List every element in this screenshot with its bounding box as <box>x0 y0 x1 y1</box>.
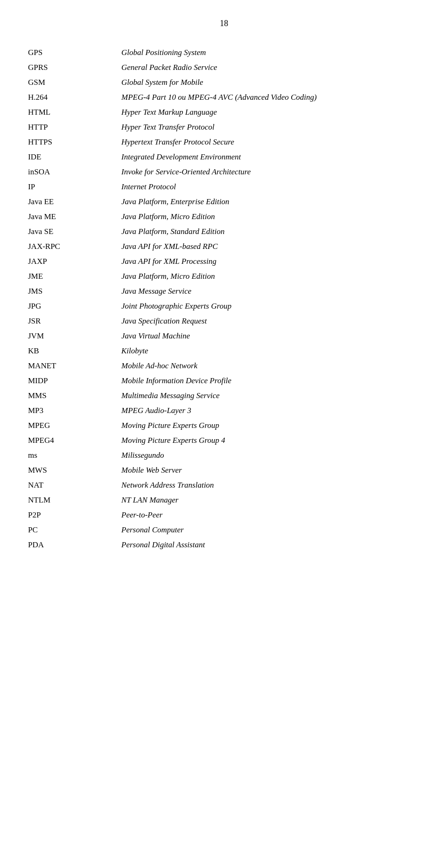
abbreviation: JSR <box>28 314 121 329</box>
definition: Invoke for Service-Oriented Architecture <box>121 165 420 179</box>
definition: Internet Protocol <box>121 179 420 194</box>
abbreviation: ms <box>28 448 121 463</box>
definition: MPEG-4 Part 10 ou MPEG-4 AVC (Advanced V… <box>121 90 420 105</box>
glossary-row: Java SEJava Platform, Standard Edition <box>28 224 420 239</box>
definition: Personal Computer <box>121 523 420 537</box>
glossary-row: HTTPHyper Text Transfer Protocol <box>28 120 420 135</box>
glossary-row: PDAPersonal Digital Assistant <box>28 537 420 552</box>
glossary-row: MMSMultimedia Messaging Service <box>28 388 420 403</box>
definition: Java Platform, Micro Edition <box>121 269 420 284</box>
definition: Hypertext Transfer Protocol Secure <box>121 135 420 150</box>
abbreviation: NAT <box>28 478 121 493</box>
abbreviation: MANET <box>28 358 121 373</box>
definition: Personal Digital Assistant <box>121 537 420 552</box>
definition: Hyper Text Transfer Protocol <box>121 120 420 135</box>
abbreviation: HTTPS <box>28 135 121 150</box>
glossary-row: MPEGMoving Picture Experts Group <box>28 418 420 433</box>
glossary-row: MWSMobile Web Server <box>28 463 420 478</box>
abbreviation: IDE <box>28 150 121 165</box>
definition: Java Platform, Standard Edition <box>121 224 420 239</box>
glossary-row: NATNetwork Address Translation <box>28 478 420 493</box>
glossary-row: GPSGlobal Positioning System <box>28 45 420 60</box>
abbreviation: Java SE <box>28 224 121 239</box>
glossary-row: P2PPeer-to-Peer <box>28 508 420 523</box>
abbreviation: JVM <box>28 329 121 344</box>
abbreviation: JMS <box>28 284 121 299</box>
glossary-row: msMilissegundo <box>28 448 420 463</box>
glossary-row: JVMJava Virtual Machine <box>28 329 420 344</box>
abbreviation: MMS <box>28 388 121 403</box>
glossary-row: KBKilobyte <box>28 344 420 358</box>
glossary-row: GSMGlobal System for Mobile <box>28 75 420 90</box>
glossary-row: JAXPJava API for XML Processing <box>28 254 420 269</box>
definition: NT LAN Manager <box>121 493 420 508</box>
abbreviation: GPRS <box>28 60 121 75</box>
glossary-row: GPRSGeneral Packet Radio Service <box>28 60 420 75</box>
abbreviation: Java ME <box>28 209 121 224</box>
definition: Java Platform, Enterprise Edition <box>121 194 420 209</box>
abbreviation: HTML <box>28 105 121 120</box>
glossary-row: JSRJava Specification Request <box>28 314 420 329</box>
definition: MPEG Audio-Layer 3 <box>121 403 420 418</box>
definition: Java Platform, Micro Edition <box>121 209 420 224</box>
definition: Hyper Text Markup Language <box>121 105 420 120</box>
abbreviation: JPG <box>28 299 121 314</box>
abbreviation: MP3 <box>28 403 121 418</box>
abbreviation: PC <box>28 523 121 537</box>
abbreviation: H.264 <box>28 90 121 105</box>
definition: Java Specification Request <box>121 314 420 329</box>
abbreviation: inSOA <box>28 165 121 179</box>
definition: Integrated Development Environment <box>121 150 420 165</box>
abbreviation: IP <box>28 179 121 194</box>
abbreviation: MPEG <box>28 418 121 433</box>
definition: Moving Picture Experts Group 4 <box>121 433 420 448</box>
glossary-row: MIDPMobile Information Device Profile <box>28 373 420 388</box>
abbreviation: PDA <box>28 537 121 552</box>
glossary-row: inSOAInvoke for Service-Oriented Archite… <box>28 165 420 179</box>
definition: Java API for XML-based RPC <box>121 239 420 254</box>
glossary-row: H.264MPEG-4 Part 10 ou MPEG-4 AVC (Advan… <box>28 90 420 105</box>
glossary-row: Java MEJava Platform, Micro Edition <box>28 209 420 224</box>
definition: Java Message Service <box>121 284 420 299</box>
abbreviation: MWS <box>28 463 121 478</box>
glossary-row: JMEJava Platform, Micro Edition <box>28 269 420 284</box>
abbreviation: HTTP <box>28 120 121 135</box>
glossary-row: Java EEJava Platform, Enterprise Edition <box>28 194 420 209</box>
definition: Joint Photographic Experts Group <box>121 299 420 314</box>
glossary-row: MPEG4Moving Picture Experts Group 4 <box>28 433 420 448</box>
definition: Mobile Web Server <box>121 463 420 478</box>
abbreviation: MIDP <box>28 373 121 388</box>
glossary-row: MP3MPEG Audio-Layer 3 <box>28 403 420 418</box>
definition: Global Positioning System <box>121 45 420 60</box>
glossary-row: HTMLHyper Text Markup Language <box>28 105 420 120</box>
definition: Peer-to-Peer <box>121 508 420 523</box>
abbreviation: GSM <box>28 75 121 90</box>
definition: Java Virtual Machine <box>121 329 420 344</box>
definition: Java API for XML Processing <box>121 254 420 269</box>
definition: Mobile Information Device Profile <box>121 373 420 388</box>
glossary-row: IPInternet Protocol <box>28 179 420 194</box>
definition: General Packet Radio Service <box>121 60 420 75</box>
definition: Network Address Translation <box>121 478 420 493</box>
abbreviation: JME <box>28 269 121 284</box>
definition: Mobile Ad-hoc Network <box>121 358 420 373</box>
definition: Moving Picture Experts Group <box>121 418 420 433</box>
definition: Global System for Mobile <box>121 75 420 90</box>
abbreviation: GPS <box>28 45 121 60</box>
abbreviation: KB <box>28 344 121 358</box>
glossary-row: PCPersonal Computer <box>28 523 420 537</box>
glossary-row: JPGJoint Photographic Experts Group <box>28 299 420 314</box>
page-number: 18 <box>28 19 420 28</box>
abbreviation: NTLM <box>28 493 121 508</box>
glossary-table: GPSGlobal Positioning SystemGPRSGeneral … <box>28 45 420 552</box>
glossary-row: HTTPSHypertext Transfer Protocol Secure <box>28 135 420 150</box>
definition: Kilobyte <box>121 344 420 358</box>
glossary-row: JMSJava Message Service <box>28 284 420 299</box>
glossary-row: MANETMobile Ad-hoc Network <box>28 358 420 373</box>
definition: Multimedia Messaging Service <box>121 388 420 403</box>
abbreviation: MPEG4 <box>28 433 121 448</box>
abbreviation: JAXP <box>28 254 121 269</box>
abbreviation: JAX-RPC <box>28 239 121 254</box>
definition: Milissegundo <box>121 448 420 463</box>
abbreviation: Java EE <box>28 194 121 209</box>
